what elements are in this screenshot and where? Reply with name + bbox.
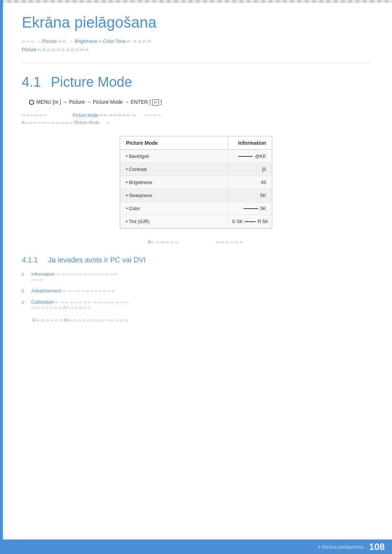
top-decorative-bar: [0, 0, 392, 3]
pm-row-backlight: • Backligwt @KK: [120, 150, 272, 163]
pm-value-sharpness: 5K: [228, 190, 272, 201]
breadcrumb-arrow-1: ›: [38, 39, 39, 44]
nav-hint-right-text: ᯋᯋᯋᯋᯋᯋ: [216, 239, 244, 245]
enter-icon: ↵: [152, 99, 159, 106]
menu-navigation: MENU [m ] → Picture → Picture Mode → ENT…: [29, 99, 370, 106]
picture-mode-box: Picture Mode Information • Backligwt @KK…: [120, 136, 272, 229]
tint-line: [245, 221, 256, 222]
list-num-3: 2: [22, 300, 28, 304]
menu-nav-text: MENU [m ] → Picture → Picture Mode → ENT…: [36, 99, 162, 106]
list-highlight-3: ᯋ ᯋᯋᯋᯋᯋ ᯋᯋ ᯋᯋᯋᯋᯋᯋ ᯋᯋ: [55, 300, 130, 305]
nav-hint-left: Rᯋᯋᯋᯋᯋᯋ: [148, 239, 179, 245]
sub-section-title: Ja ievades avots ir PC vai DVI: [48, 256, 146, 264]
value-line-backlight: [238, 156, 253, 157]
pm-label-sharpness: • Swarpness: [120, 190, 228, 201]
page-footer: 4 Ekrāna pielāgošana 108: [0, 539, 392, 554]
list-main-1: Information: [31, 271, 55, 277]
picture-mode-box-wrapper: Picture Mode Information • Backligwt @KK…: [22, 136, 370, 229]
bottom-note: PᯋᯋᯋᯋᯋᯋMᯋᯋᯋᯋᯋᯋᯋᯋᯋᯋᯋᯋᯋ: [33, 317, 370, 323]
section-number: 4.1: [22, 74, 44, 90]
nav-hints: Rᯋᯋᯋᯋᯋᯋ ᯋᯋᯋᯋᯋᯋ: [22, 239, 370, 245]
pm-label-color: • Color: [120, 203, 228, 214]
pm-header-left: Picture Mode: [120, 136, 228, 149]
list-main-3: Calibration: [31, 299, 54, 305]
list-highlight-1: ᯋ ᯋᯋᯋᯋᯋᯋᯋᯋᯋᯋᯋᯋᯋ: [56, 272, 118, 277]
list-item-1: 2 Information ᯋ ᯋᯋᯋᯋᯋᯋᯋᯋᯋᯋᯋᯋᯋ ᯋᯋᯋ: [22, 271, 370, 282]
desc-row-2: Aᯋᯋᯋᯋᯋᯋᯋ ᯋᯋᯋᯋPicture Mode ᯋ: [22, 120, 370, 125]
pm-row-color: • Color 5K: [120, 202, 272, 215]
list-main-2: Advertisement: [31, 288, 61, 294]
list-highlight-2: ᯋ ᯋᯋᯋᯋᯋᯋᯋᯋᯋᯋᯋ: [63, 288, 116, 294]
list-item-3: 2 Calibration ᯋ ᯋᯋᯋᯋᯋ ᯋᯋ ᯋᯋᯋᯋᯋᯋ ᯋᯋ ᯋᯋ ᯋᯋ…: [22, 299, 370, 310]
desc-label-1: ᯋᯋᯋᯋᯋᯋ: [22, 113, 65, 118]
pm-value-contrast: [5: [228, 164, 272, 175]
tint-r-value: R 5K: [258, 219, 268, 224]
desc-value-1: Picture Mode ᯋᯋ ᯋᯋᯋᯋᯋ ᯋ: [73, 113, 137, 118]
picture-subline: Picture ᯋᯋᯋᯋᯋᯋᯋᯋᯋᯋᯋ: [22, 47, 370, 52]
page-title: Ekrāna pielāgošana: [22, 14, 370, 31]
pm-value-tint: G 5K R 5K: [228, 216, 272, 227]
pm-row-tint: • Tint (G/R) G 5K R 5K: [120, 215, 272, 228]
pm-box-header: Picture Mode Information: [120, 136, 272, 150]
list-content-1: Information ᯋ ᯋᯋᯋᯋᯋᯋᯋᯋᯋᯋᯋᯋᯋ ᯋᯋᯋ: [31, 271, 370, 282]
list-sub-1: ᯋᯋᯋ: [31, 277, 44, 282]
list-item-2: 2 Advertisement ᯋ ᯋᯋᯋᯋᯋᯋᯋᯋᯋᯋᯋ: [22, 288, 370, 294]
section-header: 4.1 Picture Mode: [22, 74, 370, 90]
divider-1: [22, 63, 370, 63]
breadcrumb-arrow-2: ›: [70, 39, 72, 44]
nav-hint-right: ᯋᯋᯋᯋᯋᯋ: [216, 239, 244, 245]
pm-label-backlight: • Backligwt: [120, 151, 228, 162]
nav-hint-left-text: Rᯋᯋᯋᯋᯋᯋ: [148, 239, 179, 245]
list-num-1: 2: [22, 272, 28, 276]
pm-row-sharpness: • Swarpness 5K: [120, 189, 272, 202]
footer-text: 4 Ekrāna pielāgošana: [318, 544, 364, 550]
pm-value-backlight: @KK: [228, 151, 272, 162]
pm-value-color: 5K: [228, 203, 272, 214]
pm-header-right: Information: [228, 136, 272, 149]
pm-value-brightness: 45: [228, 177, 272, 188]
value-line-color: [244, 208, 258, 209]
breadcrumb-item-2: Picture ᯋᯋ: [42, 38, 68, 44]
left-accent-bar: [0, 0, 3, 554]
tint-g-value: G 5K: [232, 219, 243, 224]
pm-label-brightness: • Brigwtness: [120, 177, 228, 188]
circle-icon: [29, 100, 34, 105]
list-num-2: 2: [22, 289, 28, 293]
desc-label-2: Aᯋᯋᯋᯋᯋᯋᯋ ᯋᯋᯋᯋPicture Mode: [22, 120, 99, 125]
section-title: Picture Mode: [51, 74, 132, 90]
list-content-3: Calibration ᯋ ᯋᯋᯋᯋᯋ ᯋᯋ ᯋᯋᯋᯋᯋᯋ ᯋᯋ ᯋᯋ ᯋᯋᯋᯋ…: [31, 299, 370, 310]
breadcrumb: ᯋᯋᯋ › Picture ᯋᯋ › Brightness ᯋColor Ton…: [22, 38, 370, 44]
list-content-2: Advertisement ᯋ ᯋᯋᯋᯋᯋᯋᯋᯋᯋᯋᯋ: [31, 288, 370, 294]
sub-section-number: 4.1.1: [22, 256, 38, 264]
pm-row-brightness: • Brigwtness 45: [120, 176, 272, 189]
pm-label-contrast: • Contrast: [120, 164, 228, 175]
desc-row-1: ᯋᯋᯋᯋᯋᯋ Picture Mode ᯋᯋ ᯋᯋᯋᯋᯋ ᯋ ᯋᯋᯋᯋ: [22, 113, 370, 118]
sub-section-header: 4.1.1 Ja ievades avots ir PC vai DVI: [22, 256, 370, 264]
pm-row-contrast: • Contrast [5: [120, 163, 272, 176]
list-sub2-3: ᯋᯋ ᯋᯋᯋᯋᯋAᯋᯋᯋᯋᯋᯋ: [31, 305, 92, 310]
breadcrumb-item-3: Brightness ᯋColor Tone ᯋ ᯋᯋᯋᯋ: [75, 38, 152, 44]
pm-label-tint: • Tint (G/R): [120, 216, 228, 227]
breadcrumb-item-1: ᯋᯋᯋ: [22, 39, 35, 44]
footer-page-number: 108: [369, 541, 385, 553]
desc-extra-2: ᯋ: [107, 120, 111, 125]
desc-extra-1: ᯋᯋᯋᯋ: [144, 113, 162, 118]
